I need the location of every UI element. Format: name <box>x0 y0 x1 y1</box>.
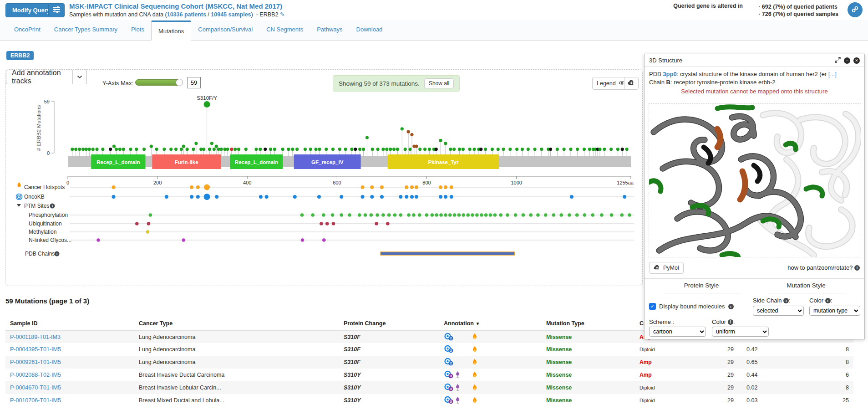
oncokb-dot[interactable] <box>317 195 321 199</box>
mycancergenome-icon[interactable] <box>455 371 461 378</box>
hotspot-flame-icon[interactable] <box>472 358 478 365</box>
tab-pathways[interactable]: Pathways <box>310 20 349 40</box>
lollipop-dot[interactable] <box>609 148 613 151</box>
lollipop-dot[interactable] <box>325 148 328 151</box>
slider-thumb[interactable] <box>176 79 183 86</box>
lollipop-dot[interactable] <box>192 148 195 151</box>
lollipop-dot[interactable] <box>576 148 579 151</box>
lollipop-dot[interactable] <box>515 148 518 151</box>
lollipop-dot[interactable] <box>304 148 307 151</box>
lollipop-dot[interactable] <box>408 148 411 151</box>
ptm-dot[interactable] <box>146 230 150 234</box>
hotspot-dot[interactable] <box>190 185 193 189</box>
ptm-dot[interactable] <box>147 222 151 226</box>
info-icon[interactable]: i <box>783 298 789 303</box>
lollipop-dot[interactable] <box>295 148 299 151</box>
hotspot-dot[interactable] <box>444 185 447 189</box>
oncokb-dot[interactable] <box>361 195 365 199</box>
lollipop-dot[interactable] <box>521 148 524 151</box>
lollipop-dot[interactable] <box>101 148 104 151</box>
lollipop-dot[interactable] <box>502 148 505 151</box>
lollipop-dot[interactable] <box>491 148 494 151</box>
lollipop-dot[interactable] <box>616 148 619 151</box>
hotspot-flame-icon[interactable] <box>472 333 478 340</box>
ptm-dot[interactable] <box>322 238 326 242</box>
ptm-dot[interactable] <box>575 213 579 217</box>
ptm-dot[interactable] <box>471 213 474 217</box>
sample-id-link[interactable]: P-0002088-T02-IM5 <box>10 372 61 378</box>
lollipop-dot[interactable] <box>95 148 98 151</box>
ptm-dot[interactable] <box>559 213 563 217</box>
column-header-annotation[interactable]: Annotation ▼ <box>439 316 542 330</box>
lollipop-dot[interactable] <box>162 148 166 151</box>
ptm-dot[interactable] <box>529 213 533 217</box>
lollipop-dot[interactable] <box>354 148 357 151</box>
oncokb-icon[interactable]: 2 <box>444 357 453 366</box>
oncokb-dot[interactable] <box>570 195 574 199</box>
ptm-dot[interactable] <box>499 213 503 217</box>
oncokb-dot[interactable] <box>410 195 414 199</box>
lollipop-dot[interactable] <box>291 148 294 151</box>
ptm-dot[interactable] <box>340 213 343 217</box>
ptm-dot[interactable] <box>393 213 397 217</box>
lollipop-dot[interactable] <box>180 148 183 151</box>
lollipop-dot[interactable] <box>215 145 218 148</box>
lollipop-dot[interactable] <box>371 148 374 151</box>
lollipop-chart[interactable]: 590# ERBB2 MutationsS310F/YRecep_L_domai… <box>6 92 641 284</box>
ptm-dot[interactable] <box>322 213 325 217</box>
lollipop-dot[interactable] <box>449 148 452 151</box>
oncokb-icon[interactable]: 3 <box>444 395 453 404</box>
hotspot-dot[interactable] <box>370 185 374 189</box>
scheme-select[interactable]: cartoon <box>649 327 706 337</box>
lollipop-dot[interactable] <box>244 148 248 151</box>
hotspot-dot[interactable] <box>204 184 210 190</box>
checkbox-checked[interactable]: ✓ <box>649 303 656 310</box>
ptm-dot[interactable] <box>364 213 367 217</box>
lollipop-dot[interactable] <box>428 148 431 151</box>
ptm-dot[interactable] <box>484 213 488 217</box>
ptm-dot[interactable] <box>381 213 385 217</box>
lollipop-dot[interactable] <box>435 148 438 151</box>
oncokb-dot[interactable] <box>196 195 200 199</box>
lollipop-dot[interactable] <box>598 148 601 151</box>
lollipop-dot[interactable] <box>407 130 410 133</box>
lollipop-dot[interactable] <box>508 148 512 151</box>
lollipop-dot[interactable] <box>418 148 421 151</box>
table-row[interactable]: P-0010706-T01-IM5Breast Mixed Ductal and… <box>5 394 853 407</box>
lollipop-dot[interactable] <box>410 133 413 136</box>
lollipop-dot[interactable] <box>588 148 591 151</box>
lollipop-dot[interactable] <box>78 148 81 151</box>
lollipop-dot[interactable] <box>264 148 267 151</box>
table-row[interactable]: P-0002088-T02-IM5Breast Invasive Ductal … <box>5 369 853 381</box>
ptm-dot[interactable] <box>320 222 323 226</box>
expand-icon[interactable] <box>835 57 841 64</box>
chart-download-button[interactable] <box>624 77 639 90</box>
lollipop-dot[interactable] <box>186 148 189 151</box>
lollipop-dot[interactable] <box>210 142 213 145</box>
hotspot-dot[interactable] <box>380 185 384 189</box>
ptm-dot[interactable] <box>301 238 305 242</box>
lollipop-dot[interactable] <box>396 148 399 151</box>
hotspot-flame-icon[interactable] <box>472 396 478 404</box>
lollipop-dot[interactable] <box>213 148 216 151</box>
ptm-dot[interactable] <box>536 213 540 217</box>
ptm-dot[interactable] <box>182 238 185 242</box>
lollipop-dot[interactable] <box>204 101 210 108</box>
ptm-dot[interactable] <box>149 213 152 217</box>
oncokb-dot[interactable] <box>444 195 447 199</box>
ptm-dot[interactable] <box>480 213 483 217</box>
sample-id-link[interactable]: P-0009261-T01-IM5 <box>10 359 61 365</box>
tab-comparison-survival[interactable]: Comparison/Survival <box>191 20 259 40</box>
lollipop-dot[interactable] <box>458 148 461 151</box>
ptm-dot[interactable] <box>583 213 587 217</box>
lollipop-dot[interactable] <box>182 145 185 148</box>
ptm-dot[interactable] <box>457 213 461 217</box>
table-row[interactable]: P-0004670-T01-IM5Breast Invasive Lobular… <box>5 381 853 394</box>
oncokb-dot[interactable] <box>405 195 408 199</box>
lollipop-dot[interactable] <box>563 148 566 151</box>
ptm-dot[interactable] <box>591 213 594 217</box>
lollipop-dot[interactable] <box>129 148 132 151</box>
lollipop-dot[interactable] <box>462 148 465 151</box>
ptm-dot[interactable] <box>348 213 351 217</box>
column-header-protein-change[interactable]: Protein Change <box>339 316 439 330</box>
